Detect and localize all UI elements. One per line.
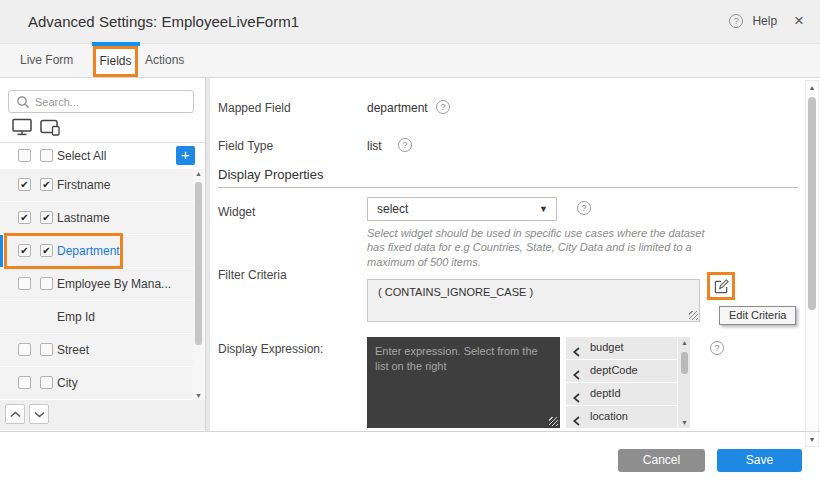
- search-icon: [16, 95, 30, 113]
- chevron-left-icon: [573, 366, 580, 384]
- sidebar-item-city[interactable]: City: [0, 367, 193, 399]
- filter-criteria-textarea[interactable]: ( CONTAINS_IGNORE_CASE ): [367, 279, 700, 322]
- tab-bar: Live Form Fields Actions: [0, 44, 820, 78]
- scroll-down-icon[interactable]: ▼: [193, 392, 204, 399]
- field-list: ✔ ✔ Firstname ✔ ✔ Lastname ✔ ✔ Departmen…: [0, 169, 193, 400]
- checkbox-unchecked[interactable]: [40, 277, 53, 290]
- cancel-button[interactable]: Cancel: [618, 449, 705, 472]
- move-up-button[interactable]: [5, 404, 25, 424]
- checkbox-checked[interactable]: ✔: [18, 211, 31, 224]
- tab-live-form[interactable]: Live Form: [20, 44, 73, 77]
- tablet-device-icon[interactable]: [40, 118, 62, 140]
- desktop-device-icon[interactable]: [12, 118, 32, 140]
- widget-help-icon[interactable]: ?: [577, 201, 591, 215]
- checkbox-checked[interactable]: ✔: [40, 211, 53, 224]
- chevron-left-icon: [573, 343, 580, 361]
- field-label: City: [57, 376, 78, 390]
- widget-label: Widget: [218, 205, 255, 219]
- dialog-header: Advanced Settings: EmployeeLiveForm1 ? H…: [0, 0, 820, 44]
- scroll-up-icon[interactable]: ▲: [678, 339, 691, 346]
- field-label: Emp Id: [57, 310, 95, 324]
- scrollbar-thumb[interactable]: [808, 97, 816, 310]
- field-type-label: Field Type: [218, 139, 273, 153]
- mapped-field-value: department: [367, 101, 428, 115]
- scrollbar-thumb[interactable]: [681, 352, 688, 374]
- edit-criteria-tooltip: Edit Criteria: [719, 306, 796, 325]
- widget-select[interactable]: select ▼: [367, 197, 557, 221]
- search-input[interactable]: [35, 92, 190, 111]
- sidebar-item-department[interactable]: ✔ ✔ Department: [0, 235, 193, 267]
- expression-field-label: deptId: [590, 387, 621, 399]
- annotation-edit-criteria-highlight: [707, 272, 735, 300]
- widget-select-value: select: [377, 202, 408, 216]
- checkbox-checked[interactable]: ✔: [18, 178, 31, 191]
- field-label: Firstname: [57, 178, 110, 192]
- fields-sidebar: Select All + ✔ ✔ Firstname ✔ ✔ Lastname …: [0, 78, 205, 430]
- field-settings-panel: Mapped Field department ? Field Type lis…: [210, 78, 805, 431]
- tab-fields[interactable]: Fields: [93, 46, 138, 77]
- help-link[interactable]: Help: [752, 14, 777, 28]
- checkbox-checked[interactable]: ✔: [18, 244, 31, 257]
- search-box: [8, 90, 194, 113]
- checkbox-unchecked[interactable]: [18, 343, 31, 356]
- resize-grip-icon[interactable]: [689, 311, 698, 320]
- display-expression-textarea[interactable]: [367, 337, 560, 428]
- checkbox-unchecked[interactable]: [18, 277, 31, 290]
- checkbox-checked[interactable]: ✔: [40, 178, 53, 191]
- help-icon[interactable]: ?: [729, 14, 743, 28]
- sidebar-footer: [0, 400, 205, 430]
- scroll-up-icon[interactable]: ▲: [193, 170, 204, 177]
- field-label: Employee By Mana...: [57, 277, 171, 291]
- chevron-left-icon: [573, 389, 580, 407]
- dialog-title: Advanced Settings: EmployeeLiveForm1: [28, 13, 299, 30]
- chevron-left-icon: [573, 412, 580, 430]
- advanced-settings-dialog: Advanced Settings: EmployeeLiveForm1 ? H…: [0, 0, 820, 489]
- scroll-down-icon[interactable]: ▼: [806, 436, 818, 443]
- mapped-field-label: Mapped Field: [218, 101, 291, 115]
- expression-field-label: deptCode: [590, 364, 638, 376]
- content-scrollbar[interactable]: ▲ ▼: [805, 80, 819, 447]
- checkbox-checked[interactable]: ✔: [40, 244, 53, 257]
- expression-field-label: location: [590, 410, 628, 422]
- save-button[interactable]: Save: [717, 449, 802, 472]
- sidebar-item-employee-by-manager[interactable]: Employee By Mana...: [0, 268, 193, 300]
- mapped-field-help-icon[interactable]: ?: [436, 100, 450, 114]
- scroll-down-icon[interactable]: ▼: [678, 419, 691, 426]
- selected-row-indicator: [0, 235, 3, 267]
- expression-field-location[interactable]: location: [566, 406, 677, 428]
- sidebar-scrollbar[interactable]: ▲ ▼: [193, 169, 204, 400]
- resize-grip-icon[interactable]: [549, 417, 558, 426]
- move-down-button[interactable]: [29, 404, 49, 424]
- field-label: Street: [57, 343, 89, 357]
- footer-divider: [0, 431, 820, 432]
- expression-fields-list: budget deptCode deptId location ▲ ▼: [566, 337, 690, 429]
- expression-field-deptcode[interactable]: deptCode: [566, 360, 677, 382]
- sidebar-item-emp-id[interactable]: Emp Id: [0, 301, 193, 333]
- edit-criteria-button[interactable]: [710, 275, 732, 297]
- tab-actions[interactable]: Actions: [145, 44, 184, 77]
- filter-criteria-label: Filter Criteria: [218, 268, 287, 282]
- select-all-mobile-checkbox[interactable]: [40, 149, 53, 162]
- select-all-web-checkbox[interactable]: [18, 149, 31, 162]
- sidebar-item-firstname[interactable]: ✔ ✔ Firstname: [0, 169, 193, 201]
- scrollbar-thumb[interactable]: [195, 182, 202, 345]
- checkbox-unchecked[interactable]: [40, 376, 53, 389]
- checkbox-unchecked[interactable]: [40, 343, 53, 356]
- display-expression-help-icon[interactable]: ?: [710, 341, 724, 355]
- sidebar-item-street[interactable]: Street: [0, 334, 193, 366]
- chevron-down-icon: ▼: [539, 198, 548, 220]
- expression-field-deptid[interactable]: deptId: [566, 383, 677, 405]
- close-icon[interactable]: ×: [794, 14, 804, 28]
- select-all-row: Select All +: [0, 143, 205, 169]
- expression-field-budget[interactable]: budget: [566, 337, 677, 359]
- checkbox-unchecked[interactable]: [18, 376, 31, 389]
- field-label: Department: [57, 244, 120, 258]
- display-expression-label: Display Expression:: [218, 342, 323, 356]
- add-field-button[interactable]: +: [176, 146, 195, 165]
- sidebar-item-lastname[interactable]: ✔ ✔ Lastname: [0, 202, 193, 234]
- field-type-help-icon[interactable]: ?: [398, 138, 412, 152]
- select-all-label: Select All: [57, 149, 106, 163]
- expression-list-scrollbar[interactable]: ▲ ▼: [677, 337, 690, 428]
- scroll-up-icon[interactable]: ▲: [806, 84, 818, 91]
- section-underline: [218, 187, 798, 188]
